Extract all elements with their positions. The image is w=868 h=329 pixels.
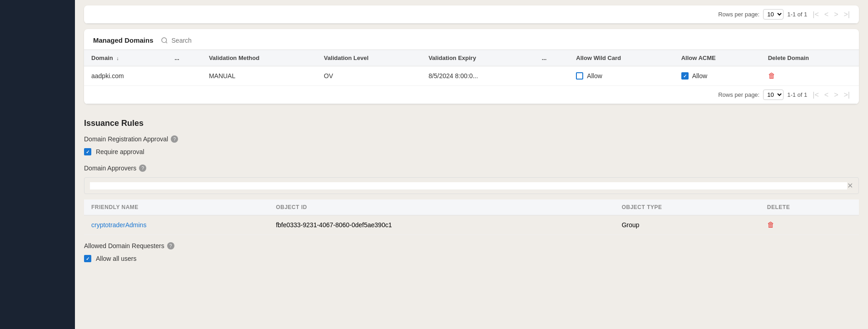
domain-approvers-text: Domain Approvers bbox=[84, 164, 136, 172]
sidebar bbox=[0, 0, 75, 329]
approvers-header-row: FRIENDLY NAME OBJECT ID OBJECT TYPE DELE… bbox=[84, 199, 859, 215]
domain-registration-approval-text: Domain Registration Approval bbox=[84, 135, 168, 143]
require-approval-row: Require approval bbox=[84, 148, 859, 155]
allowed-requesters-help-icon[interactable]: ? bbox=[167, 242, 174, 249]
allow-acme-checkbox[interactable] bbox=[681, 72, 689, 80]
cell-allow-wild-card: Allow bbox=[569, 66, 674, 86]
domain-approvers-help-icon[interactable]: ? bbox=[139, 164, 146, 172]
managed-domains-header: Managed Domains bbox=[84, 29, 859, 50]
cell-domain: aadpki.com bbox=[84, 66, 167, 86]
issuance-rules-title: Issuance Rules bbox=[84, 119, 859, 128]
delete-approver-button[interactable]: 🗑 bbox=[767, 221, 774, 229]
col-validation-expiry: Validation Expiry bbox=[421, 50, 534, 66]
managed-domains-table: Domain ↓ ... Validation Method Validatio… bbox=[84, 50, 859, 86]
bottom-rows-per-page-select[interactable]: 10 25 50 bbox=[763, 90, 784, 100]
first-page-button[interactable]: |< bbox=[811, 10, 821, 19]
col-object-type: OBJECT TYPE bbox=[615, 199, 760, 215]
cell-validation-expiry: 8/5/2024 8:00:0... bbox=[421, 66, 534, 86]
col-dots2: ... bbox=[535, 50, 569, 66]
cell-validation-method: MANUAL bbox=[202, 66, 317, 86]
allowed-domain-requesters-text: Allowed Domain Requesters bbox=[84, 242, 164, 249]
allowed-domain-requesters-section: Allowed Domain Requesters ? Allow all us… bbox=[84, 235, 859, 262]
require-approval-checkbox[interactable] bbox=[84, 148, 91, 155]
top-card: Rows per page: 10 25 50 1-1 of 1 |< < > … bbox=[84, 5, 859, 24]
cell-validation-level: OV bbox=[317, 66, 421, 86]
cell-allow-acme: Allow bbox=[674, 66, 761, 86]
bottom-rows-per-page-label: Rows per page: bbox=[718, 91, 759, 98]
col-friendly-name: FRIENDLY NAME bbox=[84, 199, 268, 215]
col-validation-method: Validation Method bbox=[202, 50, 317, 66]
last-page-button[interactable]: >| bbox=[842, 10, 852, 19]
allow-all-users-checkbox[interactable] bbox=[84, 255, 91, 262]
allow-wild-card-checkbox[interactable] bbox=[576, 72, 583, 80]
col-dots1: ... bbox=[167, 50, 202, 66]
approvers-clear-button[interactable]: ✕ bbox=[847, 181, 853, 190]
allow-all-users-row: Allow all users bbox=[84, 255, 859, 262]
main-content: Rows per page: 10 25 50 1-1 of 1 |< < > … bbox=[75, 0, 868, 329]
bottom-prev-page-button[interactable]: < bbox=[823, 90, 830, 100]
allow-all-users-label: Allow all users bbox=[96, 255, 136, 262]
allowed-domain-requesters-label: Allowed Domain Requesters ? bbox=[84, 242, 859, 249]
issuance-rules-section: Issuance Rules Domain Registration Appro… bbox=[75, 110, 868, 262]
table-row: aadpki.com MANUAL OV 8/5/2024 8:00:0... … bbox=[84, 66, 859, 86]
allow-acme-label: Allow bbox=[692, 72, 707, 80]
top-pagination-bar: Rows per page: 10 25 50 1-1 of 1 |< < > … bbox=[84, 5, 859, 24]
cell-friendly-name: cryptotraderAdmins bbox=[84, 215, 268, 235]
cell-delete-approver: 🗑 bbox=[760, 215, 859, 235]
col-allow-wild-card: Allow Wild Card bbox=[569, 50, 674, 66]
allow-wild-card-label: Allow bbox=[587, 72, 602, 80]
col-delete-domain: Delete Domain bbox=[761, 50, 859, 66]
bottom-next-page-button[interactable]: > bbox=[832, 90, 840, 100]
table-header-row: Domain ↓ ... Validation Method Validatio… bbox=[84, 50, 859, 66]
svg-line-1 bbox=[166, 42, 167, 43]
bottom-pagination-nav: |< < > >| bbox=[811, 90, 852, 100]
approvers-search-input[interactable] bbox=[90, 182, 847, 189]
bottom-last-page-button[interactable]: >| bbox=[842, 90, 852, 100]
bottom-pagination-bar: Rows per page: 10 25 50 1-1 of 1 |< < > … bbox=[84, 86, 859, 104]
cell-delete-domain: 🗑 bbox=[761, 66, 859, 86]
col-delete: DELETE bbox=[760, 199, 859, 215]
sort-icon: ↓ bbox=[116, 55, 119, 61]
require-approval-label: Require approval bbox=[96, 148, 144, 155]
rows-per-page-label: Rows per page: bbox=[718, 11, 759, 18]
col-domain: Domain ↓ bbox=[84, 50, 167, 66]
cell-object-id: fbfe0333-9231-4067-8060-0def5ae390c1 bbox=[268, 215, 614, 235]
col-allow-acme: Allow ACME bbox=[674, 50, 761, 66]
prev-page-button[interactable]: < bbox=[823, 10, 830, 19]
search-box bbox=[161, 37, 850, 44]
approvers-input-container: ✕ bbox=[84, 177, 859, 194]
search-icon bbox=[161, 37, 168, 44]
bottom-first-page-button[interactable]: |< bbox=[811, 90, 821, 100]
svg-point-0 bbox=[162, 38, 167, 43]
pagination-range: 1-1 of 1 bbox=[787, 11, 807, 18]
domain-approvers-label: Domain Approvers ? bbox=[84, 164, 859, 172]
cell-dots1 bbox=[167, 66, 202, 86]
friendly-name-link[interactable]: cryptotraderAdmins bbox=[91, 221, 146, 229]
bottom-pagination-range: 1-1 of 1 bbox=[787, 91, 807, 98]
delete-domain-button[interactable]: 🗑 bbox=[768, 72, 775, 80]
col-validation-level: Validation Level bbox=[317, 50, 421, 66]
cell-dots2 bbox=[535, 66, 569, 86]
approvers-table: FRIENDLY NAME OBJECT ID OBJECT TYPE DELE… bbox=[84, 199, 859, 235]
approvers-table-row: cryptotraderAdmins fbfe0333-9231-4067-80… bbox=[84, 215, 859, 235]
cell-object-type: Group bbox=[615, 215, 760, 235]
managed-domains-title: Managed Domains bbox=[93, 36, 154, 44]
next-page-button[interactable]: > bbox=[832, 10, 840, 19]
managed-domains-card: Managed Domains Domain ↓ ... Validation … bbox=[84, 29, 859, 104]
domain-registration-help-icon[interactable]: ? bbox=[171, 135, 178, 143]
col-object-id: OBJECT ID bbox=[268, 199, 614, 215]
domain-registration-approval-label: Domain Registration Approval ? bbox=[84, 135, 859, 143]
rows-per-page-select[interactable]: 10 25 50 bbox=[763, 9, 784, 20]
pagination-nav: |< < > >| bbox=[811, 10, 852, 19]
search-input[interactable] bbox=[172, 37, 850, 44]
